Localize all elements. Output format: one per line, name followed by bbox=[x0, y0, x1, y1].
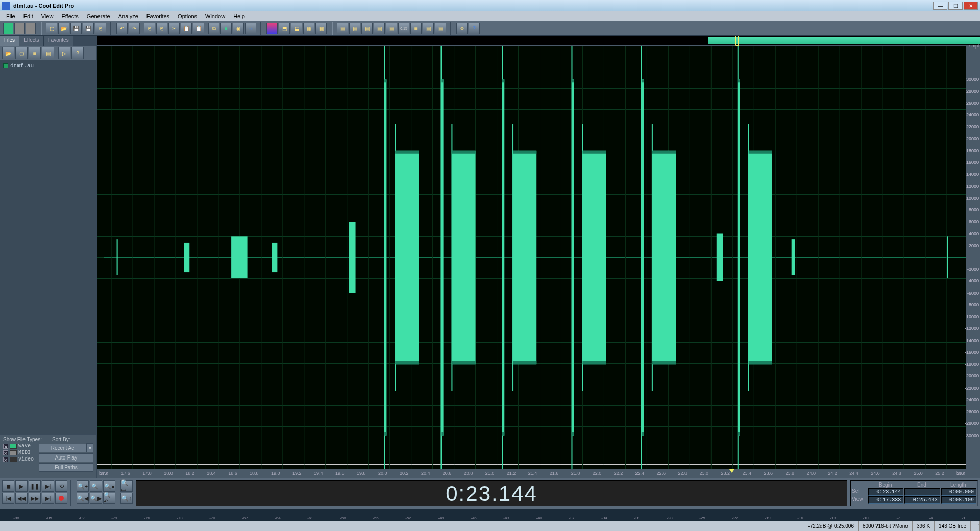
time-ruler-marker[interactable] bbox=[729, 469, 734, 473]
zoom-in-h-button[interactable]: 🔍+ bbox=[77, 480, 89, 492]
multitrack-view-button[interactable] bbox=[14, 23, 24, 34]
status-toggle-button[interactable]: ▤ bbox=[435, 23, 446, 34]
forward-button[interactable]: ▶▶ bbox=[29, 493, 41, 504]
redo-button[interactable]: ↷ bbox=[129, 23, 140, 34]
level-meter[interactable]: -88-85-82-79-76-73-70-67-64-61-58-55-52-… bbox=[0, 509, 980, 521]
group-button[interactable]: ▦ bbox=[315, 23, 327, 34]
sel-value[interactable]: 0:23.144 bbox=[868, 488, 903, 496]
new-file-button[interactable]: ▢ bbox=[46, 23, 57, 34]
cue-list-button[interactable]: ▤ bbox=[349, 23, 360, 34]
stop-button[interactable]: ◼ bbox=[2, 480, 14, 492]
pause-button[interactable]: ❚❚ bbox=[29, 480, 41, 492]
record-button[interactable] bbox=[55, 493, 67, 504]
waveform-canvas[interactable]: smpl 30000280002600024000220002000018000… bbox=[97, 46, 980, 469]
cd-view-button[interactable] bbox=[26, 23, 36, 34]
zoom-toggle-button[interactable]: ▤ bbox=[374, 23, 385, 34]
both-channel-button[interactable]: ▦ bbox=[303, 23, 314, 34]
organizer-edit-button[interactable]: ▤ bbox=[42, 47, 54, 59]
organizer-tab-favorites[interactable]: Favorites bbox=[44, 36, 74, 46]
insert-multitrack-button[interactable]: ≡ bbox=[220, 23, 232, 34]
file-item[interactable]: dtmf.au bbox=[2, 62, 94, 69]
rewind-button[interactable]: ◀◀ bbox=[15, 493, 28, 504]
time-ruler[interactable]: hms hms 17.417.617.818.018.218.418.618.8… bbox=[97, 469, 980, 478]
sel-value[interactable]: 0:08.109 bbox=[941, 496, 976, 504]
sel-value[interactable] bbox=[904, 488, 940, 496]
titlebar[interactable]: dtmf.au - Cool Edit Pro — ☐ ✕ bbox=[0, 0, 980, 11]
edit-view-button[interactable] bbox=[3, 23, 13, 34]
time-display[interactable]: 0:23.144 bbox=[136, 480, 847, 506]
menu-help[interactable]: Help bbox=[229, 12, 249, 20]
sel-value[interactable]: 0:17.333 bbox=[868, 496, 903, 504]
go-end-button[interactable]: ▶| bbox=[42, 493, 54, 504]
placekeeper-button[interactable]: ▤ bbox=[423, 23, 434, 34]
batch-button[interactable]: ⎘ bbox=[95, 23, 106, 34]
save-file-button[interactable]: 💾 bbox=[70, 23, 82, 34]
convert-button[interactable]: ↔ bbox=[245, 23, 256, 34]
organizer-tab-effects[interactable]: Effects bbox=[19, 36, 43, 46]
play-button[interactable]: ▶ bbox=[15, 480, 28, 492]
copy-button[interactable]: ⎘ bbox=[144, 23, 155, 34]
menu-analyze[interactable]: Analyze bbox=[114, 12, 142, 20]
filetype-check-midi[interactable]: ✕ bbox=[3, 450, 8, 455]
menu-file[interactable]: File bbox=[2, 12, 19, 20]
minimize-button[interactable]: — bbox=[933, 2, 947, 10]
zoom-selection-button[interactable]: 🔍▭ bbox=[120, 480, 133, 492]
status-grip[interactable]: ⋰ bbox=[971, 521, 980, 531]
sel-value[interactable]: 0:25.443 bbox=[904, 496, 940, 504]
go-start-button[interactable]: |◀ bbox=[2, 493, 14, 504]
overview-cursor[interactable] bbox=[735, 36, 739, 45]
loop-button[interactable]: ⟲ bbox=[55, 480, 67, 492]
overview-bar[interactable] bbox=[97, 36, 980, 46]
insert-cd-button[interactable]: ◉ bbox=[233, 23, 244, 34]
zoom-in-left-button[interactable]: 🔍◀ bbox=[77, 493, 89, 504]
file-list[interactable]: dtmf.au bbox=[0, 60, 96, 434]
copy-new-button[interactable]: ⎘ bbox=[156, 23, 167, 34]
meter-toggle-button[interactable]: ≡ bbox=[410, 23, 422, 34]
menu-effects[interactable]: Effects bbox=[57, 12, 82, 20]
menu-options[interactable]: Options bbox=[174, 12, 201, 20]
organizer-tab-files[interactable]: Files bbox=[0, 36, 19, 46]
full-paths-button[interactable]: Full Paths bbox=[39, 463, 93, 472]
amplitude-scale[interactable]: smpl 30000280002600024000220002000018000… bbox=[966, 46, 980, 469]
menu-favorites[interactable]: Favorites bbox=[142, 12, 174, 20]
sort-dropdown-button[interactable]: ▾ bbox=[86, 443, 93, 452]
organizer-play-button[interactable]: ▷ bbox=[58, 47, 70, 59]
zoom-prev-button[interactable]: 🔍↶ bbox=[103, 493, 115, 504]
open-file-button[interactable]: 📂 bbox=[58, 23, 69, 34]
filetype-check-video[interactable]: ✕ bbox=[3, 457, 8, 462]
organizer-open-button[interactable]: 📂 bbox=[2, 47, 14, 59]
menu-view[interactable]: View bbox=[37, 12, 58, 20]
maximize-button[interactable]: ☐ bbox=[948, 2, 963, 10]
paste-button[interactable]: 📋 bbox=[181, 23, 192, 34]
organizer-close-button[interactable]: ▢ bbox=[15, 47, 28, 59]
menu-window[interactable]: Window bbox=[201, 12, 229, 20]
left-channel-button[interactable]: ⬒ bbox=[279, 23, 290, 34]
sel-toggle-button[interactable]: 0:15 bbox=[398, 23, 409, 34]
organizer-insert-button[interactable]: ≡ bbox=[29, 47, 41, 59]
sort-by-select[interactable]: Recent Ac bbox=[39, 444, 86, 452]
zoom-full-button[interactable]: 🔍∎ bbox=[103, 480, 115, 492]
filetype-check-wave[interactable]: ✕ bbox=[3, 444, 8, 449]
cut-button[interactable]: ✂ bbox=[168, 23, 180, 34]
zoom-out-h-button[interactable]: 🔍- bbox=[90, 480, 102, 492]
spectral-toggle-button[interactable] bbox=[266, 23, 278, 34]
time-toggle-button[interactable]: ▤ bbox=[386, 23, 397, 34]
transport-toggle-button[interactable]: ▤ bbox=[361, 23, 373, 34]
sel-value[interactable]: 0:00.000 bbox=[941, 488, 976, 496]
organizer-options-button[interactable]: ? bbox=[71, 47, 84, 59]
organizer-toggle-button[interactable]: ▤ bbox=[337, 23, 348, 34]
help-button[interactable]: ? bbox=[469, 23, 480, 34]
playback-cursor[interactable] bbox=[720, 46, 720, 469]
right-channel-button[interactable]: ⬓ bbox=[291, 23, 302, 34]
settings-button[interactable]: ⚙ bbox=[456, 23, 468, 34]
auto-play-button[interactable]: Auto-Play bbox=[39, 453, 93, 462]
save-all-button[interactable]: 💾 bbox=[83, 23, 94, 34]
mix-paste-button[interactable]: 📋 bbox=[193, 23, 204, 34]
zoom-in-right-button[interactable]: 🔍▶ bbox=[90, 493, 102, 504]
undo-button[interactable]: ↶ bbox=[116, 23, 128, 34]
close-button[interactable]: ✕ bbox=[964, 2, 978, 10]
trim-button[interactable]: ⧉ bbox=[208, 23, 219, 34]
menu-generate[interactable]: Generate bbox=[83, 12, 114, 20]
overview-view-range[interactable] bbox=[708, 37, 980, 44]
menu-edit[interactable]: Edit bbox=[19, 12, 37, 20]
